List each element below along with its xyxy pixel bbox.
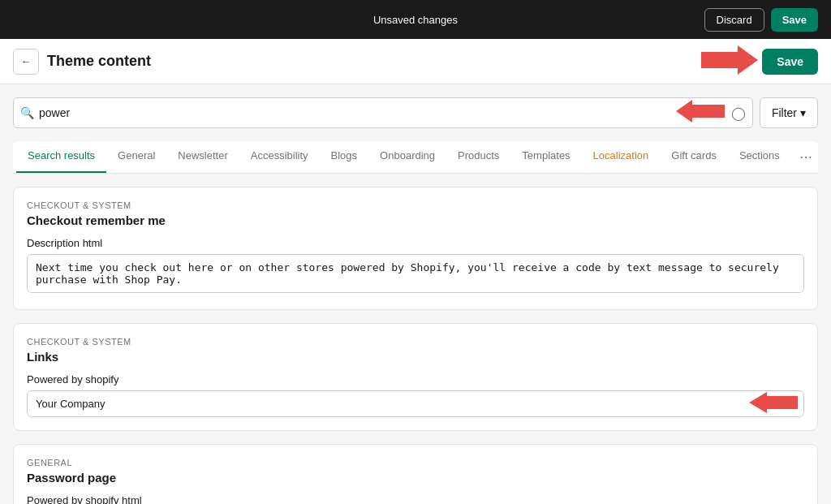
tab-localization[interactable]: Localization xyxy=(582,141,661,173)
filter-label: Filter xyxy=(772,106,797,119)
clear-search-button[interactable]: ◯ xyxy=(731,106,746,121)
clear-icon: ◯ xyxy=(731,106,746,121)
tab-sections[interactable]: Sections xyxy=(728,141,791,173)
search-container: 🔍 ◯ xyxy=(13,97,753,128)
section-label-2: Checkout & system xyxy=(27,337,804,347)
filter-button[interactable]: Filter ▾ xyxy=(760,97,818,128)
unsaved-changes-label: Unsaved changes xyxy=(373,14,458,26)
tab-general[interactable]: General xyxy=(106,141,166,173)
description-html-input[interactable]: Next time you check out here or on other… xyxy=(27,254,804,293)
arrow-decoration-right xyxy=(701,45,758,78)
tab-search-results[interactable]: Search results xyxy=(16,141,106,173)
field-label-powered-by-shopify-html: Powered by shopify html xyxy=(27,494,804,504)
tab-newsletter[interactable]: Newsletter xyxy=(166,141,239,173)
card-checkout-remember-me: Checkout & system Checkout remember me D… xyxy=(13,187,818,310)
card-links: Checkout & system Links Powered by shopi… xyxy=(13,323,818,431)
search-input[interactable] xyxy=(39,98,676,127)
back-icon: ← xyxy=(20,55,31,67)
section-label-3: General xyxy=(27,458,804,467)
arrow-decoration-left xyxy=(676,100,725,126)
arrow-decoration-field xyxy=(749,392,798,416)
search-row: 🔍 ◯ Filter ▾ xyxy=(13,97,818,128)
card-title-2: Links xyxy=(27,350,804,364)
save-button-top[interactable]: Save xyxy=(771,8,818,32)
search-icon: 🔍 xyxy=(20,106,34,119)
powered-by-shopify-input[interactable] xyxy=(27,390,804,417)
top-bar-actions: Discard Save xyxy=(704,8,818,32)
section-label-1: Checkout & system xyxy=(27,200,804,210)
powered-by-shopify-row xyxy=(27,390,804,417)
svg-marker-0 xyxy=(701,45,758,75)
field-label-powered-by-shopify: Powered by shopify xyxy=(27,373,804,386)
field-label-description-html: Description html xyxy=(27,237,804,249)
top-bar: Unsaved changes Discard Save xyxy=(0,0,831,39)
tab-templates[interactable]: Templates xyxy=(510,141,581,173)
tab-more-button[interactable]: ⋯ xyxy=(791,141,818,173)
sub-header-left: ← Theme content xyxy=(13,49,151,75)
svg-marker-2 xyxy=(749,392,798,413)
chevron-down-icon: ▾ xyxy=(800,106,806,119)
tab-blogs[interactable]: Blogs xyxy=(320,141,369,173)
svg-marker-1 xyxy=(676,100,725,123)
tab-accessibility[interactable]: Accessibility xyxy=(239,141,320,173)
back-button[interactable]: ← xyxy=(13,49,39,75)
tab-gift-cards[interactable]: Gift cards xyxy=(660,141,728,173)
main-content: 🔍 ◯ Filter ▾ Search results General News… xyxy=(0,84,831,504)
tab-onboarding[interactable]: Onboarding xyxy=(368,141,446,173)
discard-button[interactable]: Discard xyxy=(704,8,764,32)
sub-header: ← Theme content Save xyxy=(0,39,831,84)
page-title: Theme content xyxy=(47,53,151,70)
card-password-page: General Password page Powered by shopify… xyxy=(13,444,818,504)
card-title-1: Checkout remember me xyxy=(27,213,804,227)
card-title-3: Password page xyxy=(27,471,804,485)
save-button-sub[interactable]: Save xyxy=(762,49,818,75)
tab-products[interactable]: Products xyxy=(446,141,510,173)
tabs-row: Search results General Newsletter Access… xyxy=(13,141,818,174)
